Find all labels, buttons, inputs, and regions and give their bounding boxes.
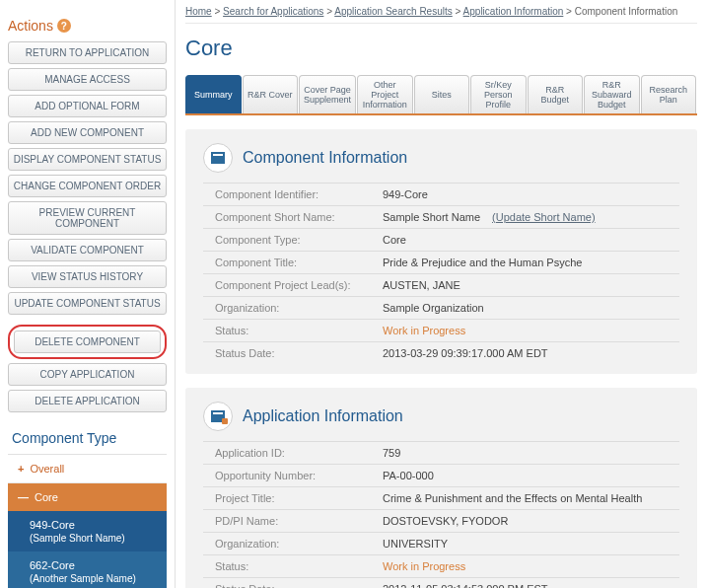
delete-component-highlight: DELETE COMPONENT (8, 325, 167, 359)
delete-component-button[interactable]: DELETE COMPONENT (14, 331, 161, 353)
sidebar: Actions ? RETURN TO APPLICATION MANAGE A… (0, 0, 176, 588)
add-new-component-button[interactable]: ADD NEW COMPONENT (8, 121, 167, 144)
app-info-title: Application Information (243, 407, 403, 425)
delete-application-button[interactable]: DELETE APPLICATION (8, 390, 167, 412)
tree-sub-662[interactable]: 662-Core (Another Sample Name) (8, 551, 167, 588)
plus-icon: + (18, 463, 24, 475)
tree-sub-949[interactable]: 949-Core (Sample Short Name) (8, 511, 167, 551)
tab-cover-page-supplement[interactable]: Cover Page Supplement (299, 75, 356, 113)
tree-item-overall[interactable]: +Overall (8, 455, 167, 483)
project-title-value: Crime & Punishment and the Effects on Me… (383, 492, 642, 504)
minus-icon: — (18, 491, 29, 503)
actions-header: Actions ? (8, 8, 167, 34)
app-status-date-value: 2012-11-05 03:14:53.000 PM EST (383, 583, 548, 588)
update-short-name-link[interactable]: (Update Short Name) (492, 211, 596, 223)
component-status-date-value: 2013-03-29 09:39:17.000 AM EDT (383, 347, 548, 359)
view-status-history-button[interactable]: VIEW STATUS HISTORY (8, 265, 167, 288)
display-component-status-button[interactable]: DISPLAY COMPONENT STATUS (8, 148, 167, 171)
opportunity-number-value: PA-00-000 (383, 470, 434, 481)
component-org-value: Sample Organization (383, 302, 484, 314)
tab-summary[interactable]: Summary (185, 75, 242, 113)
tab-sr-key-person[interactable]: Sr/Key Person Profile (470, 75, 527, 113)
breadcrumb: Home > Search for Applications > Applica… (185, 6, 697, 24)
change-component-order-button[interactable]: CHANGE COMPONENT ORDER (8, 175, 167, 197)
component-information-panel: Component Information Component Identifi… (185, 129, 697, 374)
return-to-application-button[interactable]: RETURN TO APPLICATION (8, 41, 167, 64)
actions-title: Actions (8, 18, 53, 34)
application-id-value: 759 (383, 447, 400, 459)
manage-access-button[interactable]: MANAGE ACCESS (8, 68, 167, 91)
component-type-value: Core (383, 234, 406, 246)
tabs: Summary R&R Cover Cover Page Supplement … (185, 75, 697, 115)
breadcrumb-current: Component Information (575, 6, 678, 17)
tab-rr-budget[interactable]: R&R Budget (528, 75, 584, 113)
breadcrumb-home[interactable]: Home (185, 6, 212, 17)
tab-rr-subaward-budget[interactable]: R&R Subaward Budget (584, 75, 640, 113)
component-lead-value: AUSTEN, JANE (383, 279, 460, 291)
breadcrumb-results[interactable]: Application Search Results (334, 6, 453, 17)
pdpi-name-value: DOSTOEVSKY, FYODOR (383, 515, 508, 527)
help-icon[interactable]: ? (57, 19, 71, 33)
add-optional-form-button[interactable]: ADD OPTIONAL FORM (8, 95, 167, 117)
breadcrumb-appinfo[interactable]: Application Information (463, 6, 564, 17)
validate-component-button[interactable]: VALIDATE COMPONENT (8, 239, 167, 261)
application-information-panel: Application Information Application ID:7… (185, 388, 697, 588)
tab-research-plan[interactable]: Research Plan (641, 75, 697, 113)
app-status-value: Work in Progress (383, 560, 465, 572)
tree-item-core[interactable]: —Core (8, 483, 167, 511)
preview-current-component-button[interactable]: PREVIEW CURRENT COMPONENT (8, 201, 167, 235)
copy-application-button[interactable]: COPY APPLICATION (8, 363, 167, 386)
app-org-value: UNIVERSITY (383, 538, 448, 550)
component-type-title: Component Type (8, 420, 167, 455)
component-shortname-value: Sample Short Name(Update Short Name) (383, 211, 596, 223)
breadcrumb-search[interactable]: Search for Applications (223, 6, 323, 17)
update-component-status-button[interactable]: UPDATE COMPONENT STATUS (8, 292, 167, 315)
tab-rr-cover[interactable]: R&R Cover (243, 75, 299, 113)
component-info-title: Component Information (243, 149, 407, 167)
component-identifier-value: 949-Core (383, 188, 428, 200)
tab-sites[interactable]: Sites (414, 75, 470, 113)
document-icon (203, 143, 233, 173)
component-title-value: Pride & Prejudice and the Human Psyche (383, 257, 582, 268)
page-title: Core (185, 36, 697, 61)
tab-other-project-information[interactable]: Other Project Information (357, 75, 413, 113)
main-content: Home > Search for Applications > Applica… (176, 0, 707, 588)
component-status-value: Work in Progress (383, 325, 465, 336)
document-icon (203, 402, 233, 431)
